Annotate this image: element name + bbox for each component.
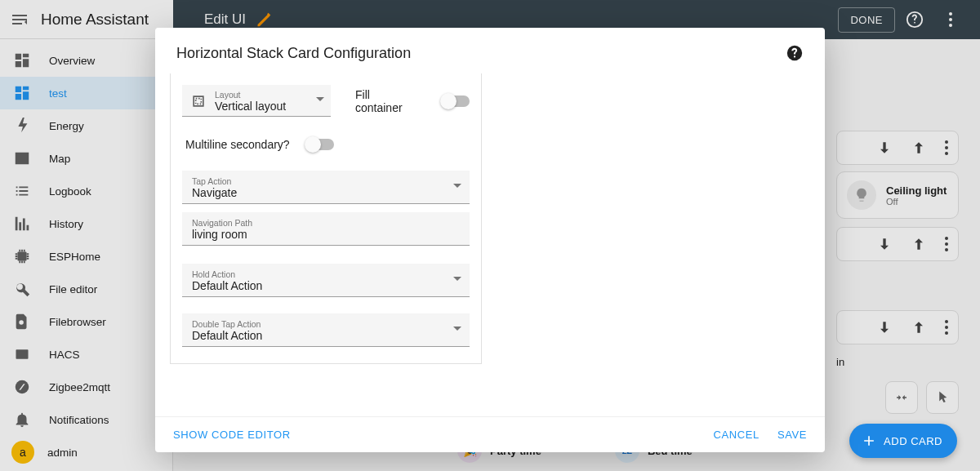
show-code-editor-button[interactable]: SHOW CODE EDITOR (173, 429, 291, 441)
multiline-label: Multiline secondary? (185, 138, 306, 151)
help-circle-icon[interactable] (786, 44, 804, 62)
chevron-down-icon (316, 97, 324, 105)
modal-footer: SHOW CODE EDITOR CANCEL SAVE (155, 416, 825, 452)
plus-icon (861, 433, 877, 449)
chevron-down-icon (453, 277, 461, 285)
field-label: Hold Action (192, 269, 447, 279)
field-value: Vertical layout (215, 100, 310, 113)
field-value: Navigate (192, 186, 447, 199)
layout-icon (190, 93, 207, 109)
add-card-button[interactable]: ADD CARD (849, 424, 957, 458)
cancel-button[interactable]: CANCEL (714, 429, 760, 441)
multiline-toggle[interactable] (306, 139, 334, 150)
card-config-modal: Horizontal Stack Card Configuration Layo… (155, 28, 825, 452)
config-panel: Layout Vertical layout Fill container Mu… (170, 73, 482, 364)
tap-action-select[interactable]: Tap Action Navigate (182, 171, 470, 204)
layout-select[interactable]: Layout Vertical layout (182, 85, 331, 117)
toggle-knob (305, 136, 321, 153)
modal-title: Horizontal Stack Card Configuration (176, 45, 786, 62)
save-button[interactable]: SAVE (777, 429, 807, 441)
double-tap-action-select[interactable]: Double Tap Action Default Action (182, 313, 470, 347)
modal-body: Layout Vertical layout Fill container Mu… (155, 73, 825, 416)
chevron-down-icon (453, 327, 461, 335)
chevron-down-icon (453, 184, 461, 192)
hold-action-select[interactable]: Hold Action Default Action (182, 264, 470, 297)
field-label: Layout (215, 90, 310, 100)
fill-container-label: Fill container (355, 88, 417, 114)
field-value: living room (192, 228, 461, 241)
toggle-knob (440, 93, 457, 109)
field-label: Navigation Path (192, 218, 461, 228)
field-label: Tap Action (192, 176, 447, 186)
field-value: Default Action (192, 329, 447, 342)
field-label: Double Tap Action (192, 319, 447, 329)
field-value: Default Action (192, 279, 447, 292)
navigation-path-input[interactable]: Navigation Path living room (182, 212, 470, 246)
modal-header: Horizontal Stack Card Configuration (155, 28, 825, 73)
fill-container-toggle[interactable] (442, 96, 470, 107)
